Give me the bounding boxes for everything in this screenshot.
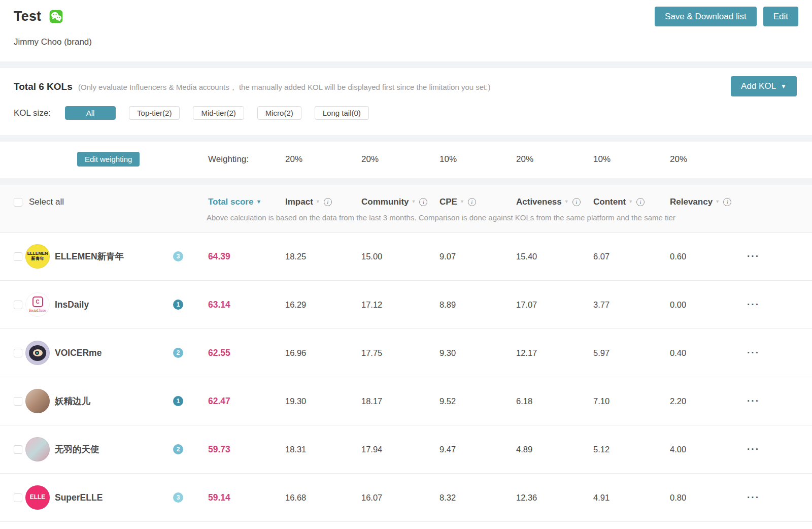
edit-weighting-button[interactable]: Edit weighting: [77, 152, 140, 167]
cpe-value: 9.07: [438, 252, 515, 261]
size-filter-long-tail[interactable]: Long tail(0): [315, 106, 369, 120]
cpe-value: 9.52: [438, 396, 515, 406]
table-row: 无羽的天使 2 59.73 18.31 17.94 9.47 4.89 5.12…: [0, 425, 812, 474]
kol-name[interactable]: SuperELLE: [55, 492, 161, 503]
total-score-value: 59.14: [207, 492, 284, 503]
column-header-impact[interactable]: Impact ▼ i: [284, 197, 360, 207]
kol-name[interactable]: InsDaily: [55, 300, 161, 310]
relevancy-value: 0.00: [668, 300, 745, 310]
cpe-value: 8.32: [438, 493, 515, 503]
info-icon[interactable]: i: [723, 198, 731, 206]
page-header: Test Save & Download list Edit Jimmy Cho…: [0, 0, 812, 61]
select-all-label: Select all: [25, 197, 207, 207]
community-value: 18.17: [360, 396, 438, 406]
impact-value: 19.30: [284, 396, 360, 406]
select-all-checkbox[interactable]: [14, 198, 22, 207]
weighting-section: Edit weighting Weighting: 20% 20% 10% 20…: [0, 142, 812, 178]
info-icon[interactable]: i: [636, 198, 645, 206]
column-header-activeness[interactable]: Activeness ▼ i: [515, 197, 592, 207]
weighting-value-content: 10%: [592, 154, 668, 164]
activeness-value: 6.18: [515, 396, 592, 406]
info-icon[interactable]: i: [572, 198, 581, 206]
calculation-note: Above calculation is based on the data f…: [207, 213, 812, 222]
relevancy-value: 4.00: [668, 445, 745, 454]
relevancy-value: 0.40: [668, 348, 745, 358]
size-filter-all[interactable]: All: [65, 106, 116, 120]
table-row: 妖精边儿 1 62.47 19.30 18.17 9.52 6.18 7.10 …: [0, 377, 812, 425]
tier-badge: 2: [173, 348, 183, 358]
row-checkbox[interactable]: [14, 493, 22, 502]
column-header-content[interactable]: Content ▼ i: [592, 197, 668, 207]
sort-caret-icon: ▼: [628, 199, 633, 204]
row-actions-menu[interactable]: ···: [747, 444, 760, 454]
row-checkbox[interactable]: [14, 445, 22, 454]
size-filter-micro[interactable]: Micro(2): [257, 106, 301, 120]
row-actions-menu[interactable]: ···: [747, 347, 760, 358]
impact-value: 16.68: [284, 493, 360, 503]
kol-name[interactable]: 妖精边儿: [55, 395, 161, 407]
size-filter-mid-tier[interactable]: Mid-tier(2): [193, 106, 244, 120]
row-actions-menu[interactable]: ···: [747, 492, 760, 503]
table-row: CInstaChino InsDaily 1 63.14 16.29 17.12…: [0, 281, 812, 329]
activeness-value: 17.07: [515, 300, 592, 310]
info-icon[interactable]: i: [468, 198, 476, 206]
row-actions-menu[interactable]: ···: [747, 299, 760, 310]
tier-badge: 3: [173, 251, 183, 261]
content-value: 5.97: [592, 348, 668, 358]
weighting-value-community: 20%: [360, 154, 438, 164]
row-checkbox[interactable]: [14, 397, 22, 406]
tier-badge: 1: [173, 396, 183, 406]
section-divider: [0, 178, 812, 185]
avatar: ELLEMEN新青年: [25, 244, 50, 269]
avatar: [25, 389, 50, 413]
impact-value: 16.29: [284, 300, 360, 310]
cpe-value: 8.89: [438, 300, 515, 310]
column-header-community[interactable]: Community ▼ i: [360, 197, 438, 207]
total-score-value: 63.14: [207, 300, 284, 310]
kol-name[interactable]: VOICERme: [55, 348, 161, 358]
info-icon[interactable]: i: [419, 198, 427, 206]
kol-name[interactable]: 无羽的天使: [55, 443, 161, 455]
weighting-value-cpe: 10%: [438, 154, 515, 164]
relevancy-value: 0.80: [668, 493, 745, 503]
weighting-value-activeness: 20%: [515, 154, 592, 164]
section-divider: [0, 61, 812, 68]
content-value: 5.12: [592, 445, 668, 454]
content-value: 6.07: [592, 252, 668, 261]
impact-value: 18.25: [284, 252, 360, 261]
sort-caret-icon: ▼: [564, 199, 569, 204]
kol-summary-section: Total 6 KOLs (Only evaluate Influencers …: [0, 68, 812, 135]
row-checkbox[interactable]: [14, 349, 22, 357]
save-download-button[interactable]: Save & Download list: [655, 7, 757, 26]
page-title: Test: [14, 9, 41, 24]
wechat-icon: [49, 10, 63, 23]
row-actions-menu[interactable]: ···: [747, 395, 760, 406]
tier-badge: 2: [173, 444, 183, 454]
edit-button[interactable]: Edit: [763, 7, 798, 26]
activeness-value: 12.36: [515, 493, 592, 503]
kol-name[interactable]: ELLEMEN新青年: [55, 250, 161, 262]
sort-caret-icon: ▼: [715, 199, 720, 204]
content-value: 3.77: [592, 300, 668, 310]
cpe-value: 9.30: [438, 348, 515, 358]
tier-badge: 1: [173, 300, 183, 310]
sort-caret-icon: ▼: [256, 199, 261, 205]
row-checkbox[interactable]: [14, 252, 22, 261]
info-icon[interactable]: i: [324, 198, 332, 206]
weighting-value-impact: 20%: [284, 154, 360, 164]
column-header-total-score[interactable]: Total score ▼: [207, 197, 284, 207]
size-filter-top-tier[interactable]: Top-tier(2): [129, 106, 180, 120]
content-value: 4.91: [592, 493, 668, 503]
column-header-cpe[interactable]: CPE ▼ i: [438, 197, 515, 207]
content-value: 7.10: [592, 396, 668, 406]
add-kol-button[interactable]: Add KOL ▼: [731, 76, 797, 96]
column-header-relevancy[interactable]: Relevancy ▼ i: [668, 197, 745, 207]
row-actions-menu[interactable]: ···: [747, 251, 760, 261]
total-kols-label: Total 6 KOLs: [14, 81, 73, 92]
row-checkbox[interactable]: [14, 301, 22, 309]
community-value: 15.00: [360, 252, 438, 261]
total-score-value: 62.55: [207, 348, 284, 358]
activeness-value: 15.40: [515, 252, 592, 261]
activeness-value: 4.89: [515, 445, 592, 454]
sort-caret-icon: ▼: [412, 199, 416, 204]
